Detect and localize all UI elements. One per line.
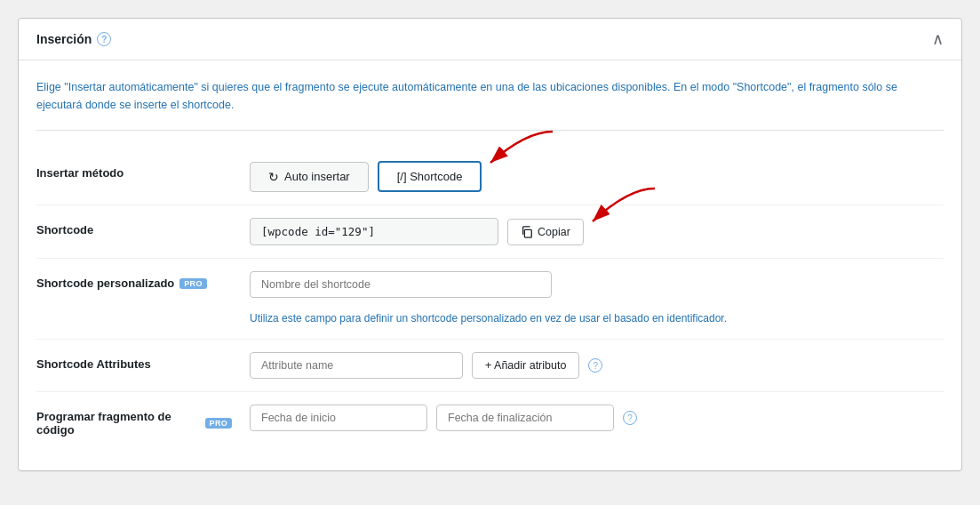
svg-rect-1 <box>524 229 531 237</box>
copy-button[interactable]: Copiar <box>507 219 584 245</box>
info-text: Elige "Insertar automáticamente" si quie… <box>36 78 944 131</box>
attributes-help-icon[interactable]: ? <box>588 358 602 373</box>
schedule-label: Programar fragmento de código PRO <box>36 405 232 437</box>
custom-shortcode-label: Shortcode personalizado PRO <box>36 271 232 290</box>
shortcode-value: [wpcode id="129"] <box>250 218 498 245</box>
panel-title: Inserción ? <box>36 32 111 46</box>
copy-icon <box>521 226 533 238</box>
panel-header: Inserción ? ∧ <box>19 19 961 60</box>
end-date-input[interactable] <box>436 405 614 431</box>
shortcode-label: Shortcode <box>36 218 232 236</box>
custom-shortcode-row: Shortcode personalizado PRO Utiliza este… <box>36 259 944 340</box>
help-icon[interactable]: ? <box>97 32 111 46</box>
add-attribute-button[interactable]: + Añadir atributo <box>472 352 579 379</box>
insert-method-control: ↻ Auto insertar [/] Shortcode <box>250 161 944 192</box>
shortcode-control: [wpcode id="129"] Copiar <box>250 218 944 245</box>
panel-title-text: Inserción <box>36 32 92 46</box>
attributes-control: + Añadir atributo ? <box>250 352 944 379</box>
schedule-control: ? <box>250 405 944 431</box>
schedule-row: Programar fragmento de código PRO ? <box>36 392 944 449</box>
collapse-icon[interactable]: ∧ <box>932 31 944 47</box>
start-date-input[interactable] <box>250 405 427 431</box>
pro-badge-schedule: PRO <box>205 418 232 429</box>
insertion-panel: Inserción ? ∧ Elige "Insertar automática… <box>18 18 962 471</box>
pro-badge-shortcode: PRO <box>179 278 206 289</box>
attributes-row: Shortcode Attributes + Añadir atributo ? <box>36 340 944 392</box>
attribute-name-input[interactable] <box>250 352 463 379</box>
auto-insert-button[interactable]: ↻ Auto insertar <box>250 162 369 192</box>
arrow-1 <box>473 127 562 172</box>
insert-method-row: Insertar método ↻ Auto insertar [/] Shor… <box>36 148 944 205</box>
refresh-icon: ↻ <box>268 170 279 184</box>
panel-body: Elige "Insertar automáticamente" si quie… <box>19 60 961 470</box>
attributes-label: Shortcode Attributes <box>36 352 232 371</box>
custom-shortcode-control: Utiliza este campo para definir un short… <box>250 271 944 326</box>
schedule-help-icon[interactable]: ? <box>623 411 637 425</box>
shortcode-button[interactable]: [/] Shortcode <box>378 161 482 192</box>
insert-method-label: Insertar método <box>36 161 232 180</box>
custom-shortcode-helper: Utiliza este campo para definir un short… <box>250 310 944 326</box>
shortcode-row: Shortcode [wpcode id="129"] Copiar <box>36 205 944 259</box>
custom-shortcode-input[interactable] <box>250 271 552 298</box>
